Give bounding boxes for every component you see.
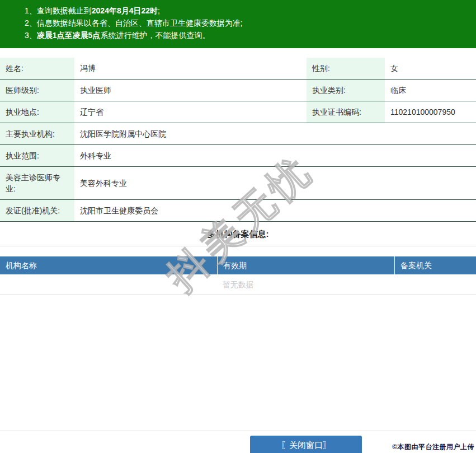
notice-line-2: 2、信息数据结果以各省、自治区、直辖市卫生健康委数据为准;	[25, 17, 470, 29]
field-label-category: 执业类别:	[307, 80, 385, 101]
table-row: 姓名: 冯博 性别: 女	[0, 58, 476, 80]
column-header-validity: 有效期	[217, 256, 394, 274]
field-value-name: 冯博	[74, 58, 307, 80]
field-label-scope: 执业范围:	[0, 145, 74, 167]
notice-banner: 1、查询数据截止到2024年8月4日22时; 2、信息数据结果以各省、自治区、直…	[0, 0, 476, 48]
field-label-main-institution: 主要执业机构:	[0, 123, 74, 145]
copyright-watermark-text: ©本图由平台注册用户上传	[392, 442, 474, 452]
field-value-sex: 女	[385, 58, 476, 80]
field-label-name: 姓名:	[0, 58, 74, 80]
filing-gap	[0, 246, 476, 256]
table-row: 美容主诊医师专业: 美容外科专业	[0, 167, 476, 200]
field-value-location: 辽宁省	[74, 101, 307, 123]
field-label-issuing-authority: 发证(批准)机关:	[0, 200, 74, 222]
field-value-category: 临床	[385, 80, 476, 101]
column-header-filing-authority: 备案机关	[394, 256, 476, 274]
column-header-institution: 机构名称	[0, 256, 217, 274]
field-label-cert-no: 执业证书编码:	[307, 101, 385, 123]
field-label-beauty-specialty: 美容主诊医师专业:	[0, 167, 74, 200]
table-row: 发证(批准)机关: 沈阳市卫生健康委员会	[0, 200, 476, 222]
field-value-beauty-specialty: 美容外科专业	[74, 167, 476, 200]
field-value-cert-no: 110210100007950	[385, 101, 476, 123]
filing-table-header: 机构名称 有效期 备案机关	[0, 256, 476, 274]
field-label-location: 执业地点:	[0, 101, 74, 123]
notice-line-3: 3、凌晨1点至凌晨5点系统进行维护，不能提供查询。	[25, 29, 470, 41]
field-value-main-institution: 沈阳医学院附属中心医院	[74, 123, 476, 145]
field-value-scope: 外科专业	[74, 145, 476, 167]
close-window-button[interactable]: 〖关闭窗口〗	[250, 436, 362, 453]
no-data-message: 暂无数据	[0, 274, 476, 295]
footer-divider	[0, 430, 476, 431]
notice-line-1: 1、查询数据截止到2024年8月4日22时;	[25, 4, 470, 17]
table-row: 医师级别: 执业医师 执业类别: 临床	[0, 80, 476, 101]
doctor-info-table: 姓名: 冯博 性别: 女 医师级别: 执业医师 执业类别: 临床 执业地点: 辽…	[0, 58, 476, 222]
field-label-level: 医师级别:	[0, 80, 74, 101]
table-row: 主要执业机构: 沈阳医学院附属中心医院	[0, 123, 476, 145]
field-label-sex: 性别:	[307, 58, 385, 80]
field-value-issuing-authority: 沈阳市卫生健康委员会	[74, 200, 476, 222]
table-row: 执业地点: 辽宁省 执业证书编码: 110210100007950	[0, 101, 476, 123]
filing-section-title: 多机构备案信息:	[0, 222, 476, 246]
field-value-level: 执业医师	[74, 80, 307, 101]
table-row: 执业范围: 外科专业	[0, 145, 476, 167]
